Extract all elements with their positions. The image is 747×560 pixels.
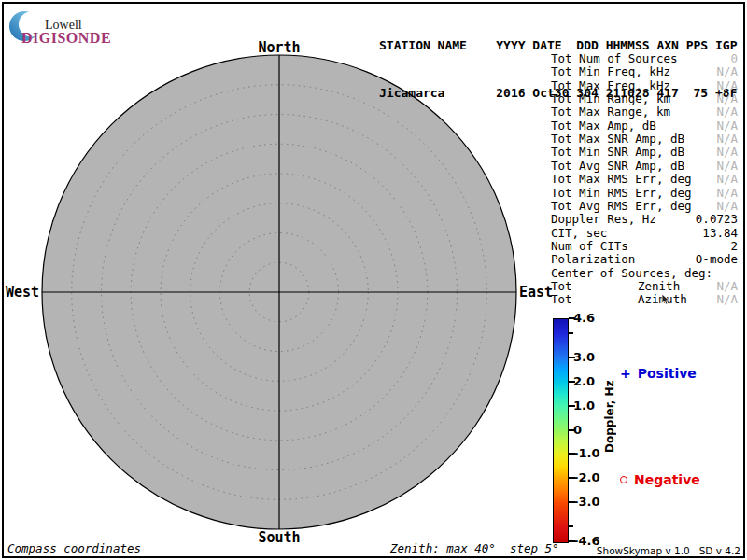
circle-marker-icon	[620, 476, 627, 483]
legend-positive-label: Positive	[638, 366, 697, 381]
compass-label-north: North	[258, 40, 301, 55]
stat-value: N/A	[716, 119, 738, 133]
stat-row: TotAzimuthN/A	[551, 293, 738, 307]
stat-label: Tot Max SNR Amp, dB	[551, 133, 684, 146]
colorbar-tick-label: 3.0	[573, 350, 614, 365]
compass-label-west: West	[6, 285, 39, 300]
stat-label: Num of CITs	[551, 240, 628, 253]
stat-label: Tot Min Freq, kHz	[551, 65, 670, 78]
stat-row: Doppler Res, Hz0.0723	[551, 213, 738, 227]
stat-label: Tot Max Freq, kHz	[551, 79, 670, 92]
stat-sublabel: Zenith	[638, 280, 680, 293]
stat-value: 2	[730, 240, 738, 253]
stat-value: N/A	[716, 65, 738, 78]
stat-row: Tot Max RMS Err, degN/A	[551, 173, 738, 187]
stat-label: Tot Max Range, km	[551, 105, 670, 119]
stat-label: Tot Min SNR Amp, dB	[551, 146, 684, 159]
colorbar-tick	[569, 525, 573, 527]
colorbar-tick-label: -2.0	[573, 470, 614, 485]
stat-row: PolarizationO-mode	[551, 253, 738, 267]
stat-value: N/A	[716, 293, 738, 306]
stat-value: N/A	[716, 187, 738, 200]
stat-label: Tot Min Range, km	[551, 92, 670, 105]
colorbar-tick-label: 4.6	[573, 311, 614, 326]
stat-value: N/A	[716, 146, 738, 159]
stat-label: Tot Avg SNR Amp, dB	[551, 160, 684, 173]
colorbar-tick	[569, 332, 573, 334]
doppler-colorbar-title: Doppler, Hz	[603, 373, 616, 459]
stat-value: N/A	[716, 92, 738, 105]
legend-negative: Negative	[620, 472, 700, 487]
stat-label: Tot Max RMS Err, deg	[551, 173, 692, 186]
stat-value: 0	[730, 52, 738, 65]
stat-label: Tot Avg RMS Err, deg	[551, 200, 692, 213]
stat-value: 0.0723	[696, 213, 738, 226]
stat-value: N/A	[716, 280, 738, 293]
plus-marker-icon: +	[620, 366, 631, 381]
stat-label: Doppler Res, Hz	[551, 213, 656, 226]
stat-label: Center of Sources, deg:	[551, 267, 712, 280]
stat-value: N/A	[716, 200, 738, 213]
stat-value: N/A	[716, 105, 738, 119]
skymap-window: Lowell DIGISONDE STATION NAME YYYY DATE …	[0, 0, 747, 560]
legend-negative-label: Negative	[634, 472, 700, 487]
mouse-cursor	[661, 293, 672, 306]
stat-label: Tot	[551, 293, 572, 306]
zenith-range-caption: Zenith: max 40° step 5°	[390, 541, 559, 555]
compass-label-south: South	[258, 530, 301, 545]
stat-label: Tot	[551, 280, 572, 293]
stat-label: CIT, sec	[551, 227, 607, 240]
stat-value: 13.84	[702, 227, 738, 240]
colorbar-tick-label: -3.0	[573, 495, 614, 510]
stat-label: Tot Max Amp, dB	[551, 119, 656, 133]
stat-value: N/A	[716, 133, 738, 146]
stat-label: Tot Min RMS Err, deg	[551, 187, 692, 200]
compass-label-east: East	[519, 285, 553, 300]
software-version-caption: ShowSkymap v 1.0 SD v 4.2	[597, 545, 740, 556]
logo-text-digisonde: DIGISONDE	[21, 30, 111, 47]
legend-positive: + Positive	[620, 366, 697, 381]
stat-label: Polarization	[551, 253, 635, 266]
stat-label: Tot Num of Sources	[551, 52, 677, 65]
stat-value: O-mode	[696, 253, 738, 266]
stat-value: N/A	[716, 160, 738, 173]
coordinates-caption: Compass coordinates	[7, 541, 141, 555]
stat-value: N/A	[716, 79, 738, 92]
stat-value: N/A	[716, 173, 738, 186]
doppler-colorbar	[553, 318, 569, 543]
